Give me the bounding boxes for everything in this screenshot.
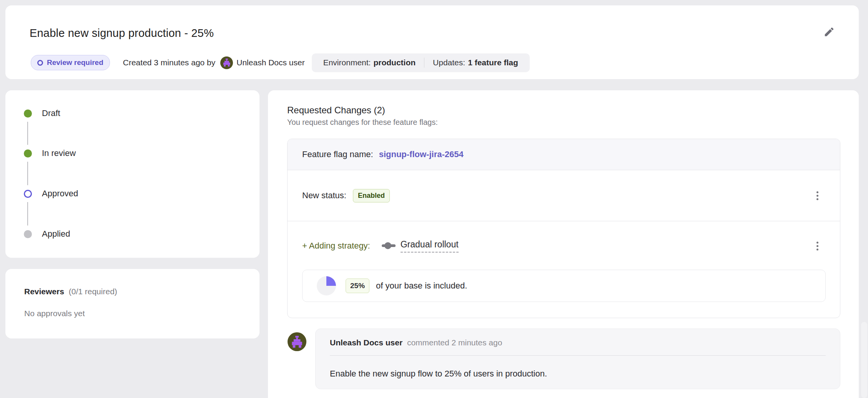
rollout-percent-badge: 25% <box>346 279 369 293</box>
rollout-slider-icon <box>382 242 396 250</box>
pill-divider <box>424 58 424 68</box>
adding-strategy-label: + Adding strategy: <box>302 241 370 251</box>
reviewers-empty-text: No approvals yet <box>24 309 85 318</box>
updates-value: 1 feature flag <box>468 58 518 67</box>
strategy-section: + Adding strategy: Gradual rollout 25% o… <box>288 221 840 318</box>
reviewers-title-text: Reviewers <box>24 287 64 296</box>
updates-label: Updates:1 feature flag <box>433 58 518 67</box>
page-background: Enable new signup production - 25% Revie… <box>0 0 868 398</box>
new-status-row: New status: Enabled <box>288 170 840 221</box>
edit-button[interactable] <box>820 23 838 41</box>
pencil-icon <box>823 26 835 38</box>
changes-panel: Requested Changes (2) You request change… <box>268 90 859 398</box>
timeline-connector <box>27 202 28 226</box>
step-pending-icon <box>24 230 32 238</box>
comment-meta: commented 2 minutes ago <box>407 338 502 347</box>
comment-card: Unleash Docs user commented 2 minutes ag… <box>315 328 840 389</box>
comment-body: Enable the new signup flow to 25% of use… <box>330 369 547 379</box>
changes-subtitle: You request changes for these feature fl… <box>287 118 438 127</box>
robot-avatar-icon <box>222 58 231 67</box>
change-request-card: Feature flag name: signup-flow-jira-2654… <box>287 139 840 318</box>
vertical-scrollbar[interactable] <box>861 322 867 398</box>
rollout-description: of your base is included. <box>376 281 467 291</box>
environment-pill: Environment:production Updates:1 feature… <box>312 53 530 72</box>
flag-name-label: Feature flag name: <box>302 149 373 159</box>
reviewers-requirement: (0/1 required) <box>69 287 117 296</box>
timeline-step-label: Approved <box>42 189 78 199</box>
reviewers-title: Reviewers (0/1 required) <box>24 287 117 296</box>
timeline-step-in-review: In review <box>24 145 76 161</box>
step-current-icon <box>24 190 32 198</box>
comment-header: Unleash Docs user commented 2 minutes ag… <box>330 338 502 347</box>
reviewers-card: Reviewers (0/1 required) No approvals ye… <box>5 269 259 338</box>
created-text: Created 3 minutes ago by <box>123 58 215 67</box>
step-done-icon <box>24 109 32 118</box>
rollout-summary-box: 25% of your base is included. <box>302 270 826 302</box>
robot-avatar-icon <box>290 335 304 348</box>
timeline-step-label: Draft <box>42 108 60 118</box>
changes-title: Requested Changes (2) <box>287 105 385 116</box>
timeline-step-label: In review <box>42 148 76 158</box>
strategy-menu-button[interactable] <box>809 238 825 254</box>
comment-avatar <box>288 332 306 351</box>
timeline-connector <box>27 122 28 145</box>
timeline-step-approved: Approved <box>24 186 78 202</box>
kebab-icon <box>816 191 818 193</box>
status-badge-label: Review required <box>47 58 103 67</box>
flag-name-link[interactable]: signup-flow-jira-2654 <box>379 149 464 159</box>
new-status-label: New status: <box>302 191 346 201</box>
flag-header-row: Feature flag name: signup-flow-jira-2654 <box>288 139 840 170</box>
timeline-connector <box>27 162 28 185</box>
status-menu-button[interactable] <box>809 187 825 204</box>
environment-value: production <box>373 58 416 67</box>
status-badge: Review required <box>31 55 110 70</box>
step-done-icon <box>24 149 32 158</box>
author-avatar <box>220 56 233 69</box>
header-card: Enable new signup production - 25% Revie… <box>5 5 859 79</box>
timeline-step-draft: Draft <box>24 105 60 121</box>
adding-strategy-row: + Adding strategy: Gradual rollout <box>288 221 840 270</box>
comment-divider <box>330 355 826 356</box>
timeline-card: Draft In review Approved Applied <box>5 90 259 258</box>
header-meta-row: Review required Created 3 minutes ago by… <box>31 53 530 72</box>
environment-label: Environment:production <box>323 58 416 67</box>
enabled-badge: Enabled <box>353 189 390 202</box>
page-title: Enable new signup production - 25% <box>30 27 214 40</box>
timeline-step-applied: Applied <box>24 226 70 242</box>
review-required-icon <box>37 60 43 66</box>
comment-author: Unleash Docs user <box>330 338 402 347</box>
author-name: Unleash Docs user <box>236 58 304 67</box>
timeline-step-label: Applied <box>42 229 70 239</box>
kebab-icon <box>816 242 818 244</box>
strategy-name-link[interactable]: Gradual rollout <box>401 239 459 253</box>
pie-chart-icon <box>317 276 336 295</box>
